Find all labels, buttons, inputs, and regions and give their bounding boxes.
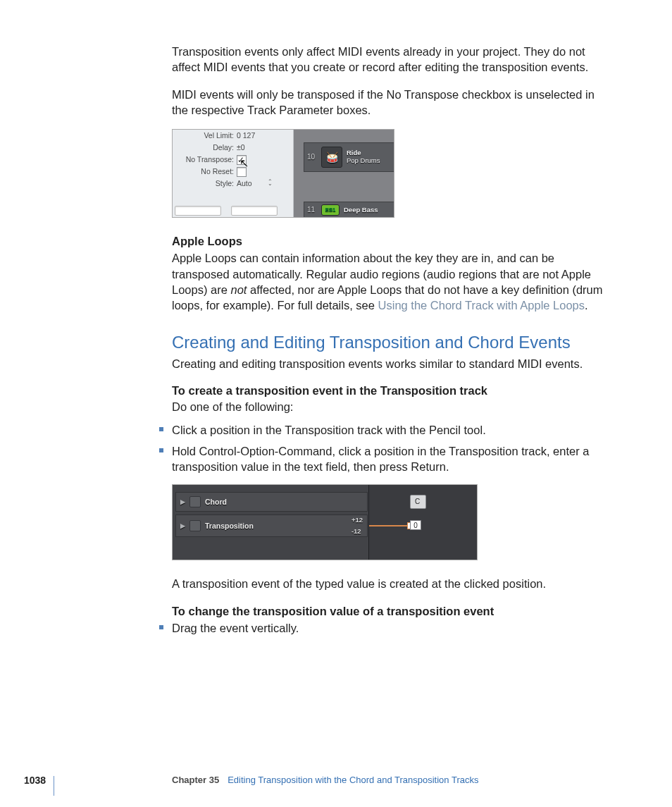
- transposition-label: Transposition: [205, 521, 254, 531]
- link-chord-track-apple-loops[interactable]: Using the Chord Track with Apple Loops: [378, 299, 585, 312]
- vel-limit-value: 0 127: [237, 130, 255, 140]
- procedure-title: To change the transposition value of a t…: [172, 603, 610, 619]
- footer-rule: [54, 776, 54, 796]
- track-title: Deep Bass: [344, 207, 378, 214]
- plus12-label: +12: [351, 516, 363, 525]
- apple-loops-paragraph: Apple Loops can contain information abou…: [172, 250, 610, 313]
- style-stepper-icon[interactable]: [268, 180, 275, 187]
- chord-track-header[interactable]: ▶ Chord: [175, 492, 368, 512]
- bullet-list: Drag the event vertically.: [159, 620, 610, 636]
- delay-value: ±0: [237, 142, 245, 152]
- figure-track-parameters: Vel Limit: 0 127 Delay: ±0 No Transpose:…: [172, 129, 394, 218]
- figure-transposition-track: ▶ Chord ▶ Transposition +12 -12 C 0: [172, 484, 478, 560]
- emphasis-not: not: [230, 283, 247, 296]
- track-number: 11: [307, 205, 317, 215]
- disclosure-triangle-icon[interactable]: ▶: [180, 522, 185, 530]
- track-row[interactable]: 11 ES1 Deep Bass: [304, 202, 394, 218]
- transposition-track-header[interactable]: ▶ Transposition +12 -12: [175, 515, 368, 537]
- no-reset-checkbox[interactable]: [237, 167, 247, 177]
- list-item: Drag the event vertically.: [159, 620, 610, 636]
- chapter-reference: Chapter 35Editing Transposition with the…: [172, 774, 478, 787]
- section-intro: Creating and editing transposition event…: [172, 356, 610, 371]
- paragraph: A transposition event of the typed value…: [172, 576, 610, 591]
- procedure-title: To create a transposition event in the T…: [172, 383, 610, 398]
- vel-limit-label: Vel Limit:: [172, 130, 237, 140]
- track-list: 10 🥁 Ride Pop Drums 11 ES1 Deep Bass: [304, 135, 394, 218]
- text: .: [585, 299, 588, 312]
- chord-label: Chord: [205, 497, 227, 507]
- style-value[interactable]: Auto: [237, 178, 252, 188]
- no-reset-label: No Reset:: [172, 166, 237, 176]
- transposition-value-input[interactable]: 0: [410, 520, 421, 530]
- chapter-label: Chapter 35: [172, 775, 219, 785]
- apple-loops-heading: Apple Loops: [172, 233, 610, 249]
- disclosure-triangle-icon[interactable]: ▶: [180, 498, 185, 506]
- inspector-panel: Vel Limit: 0 127 Delay: ±0 No Transpose:…: [172, 129, 294, 218]
- list-item: Hold Control-Option-Command, click a pos…: [159, 443, 610, 475]
- drum-kit-icon: 🥁: [321, 147, 342, 168]
- page-number: 1038: [24, 774, 46, 787]
- track-number: 10: [307, 152, 317, 162]
- track-subtitle: Pop Drums: [347, 157, 380, 165]
- minus12-label: -12: [351, 527, 363, 536]
- lock-icon[interactable]: [189, 520, 201, 531]
- section-heading: Creating and Editing Transposition and C…: [172, 331, 610, 354]
- no-transpose-label: No Transpose:: [172, 154, 237, 164]
- no-transpose-checkbox[interactable]: [237, 155, 247, 165]
- style-label: Style:: [172, 178, 237, 188]
- chapter-title-link[interactable]: Editing Transposition with the Chord and…: [228, 775, 478, 785]
- chord-event-c[interactable]: C: [410, 495, 426, 509]
- lock-icon[interactable]: [189, 496, 201, 507]
- slider[interactable]: [231, 206, 278, 216]
- bullet-list: Click a position in the Transposition tr…: [159, 422, 610, 475]
- paragraph: MIDI events will only be transposed if t…: [172, 87, 610, 118]
- list-item: Click a position in the Transposition tr…: [159, 422, 610, 438]
- track-row[interactable]: 10 🥁 Ride Pop Drums: [304, 142, 394, 172]
- es1-plugin-icon: ES1: [321, 204, 340, 216]
- page-content: Transposition events only affect MIDI ev…: [0, 0, 672, 636]
- slider[interactable]: [175, 206, 221, 216]
- delay-label: Delay:: [172, 142, 237, 152]
- track-lane[interactable]: C 0: [368, 485, 477, 560]
- procedure-subtitle: Do one of the following:: [172, 399, 610, 414]
- paragraph: Transposition events only affect MIDI ev…: [172, 44, 610, 75]
- transposition-line: [369, 525, 410, 526]
